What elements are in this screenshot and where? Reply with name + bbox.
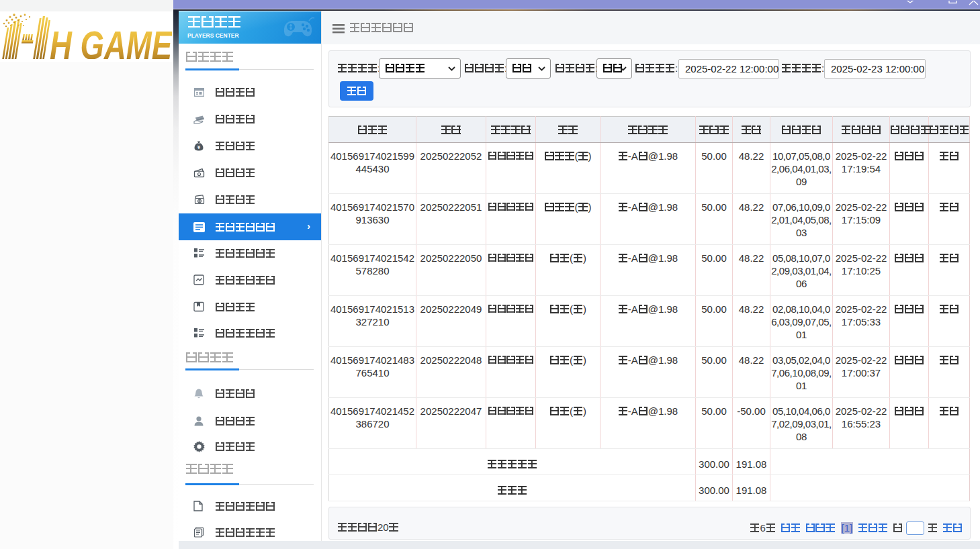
svg-text:H GAME: H GAME xyxy=(50,23,172,60)
svg-text:¥: ¥ xyxy=(197,144,201,150)
